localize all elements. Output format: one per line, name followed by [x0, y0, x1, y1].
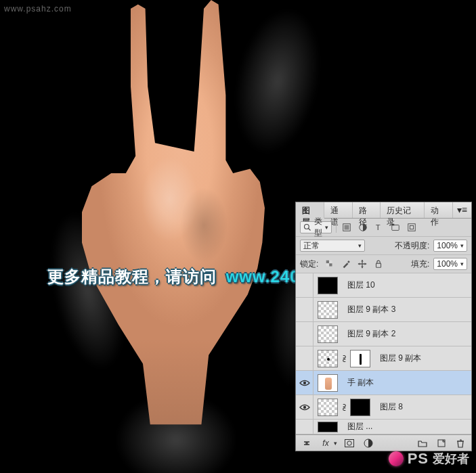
filter-smart-icon[interactable]: [406, 222, 418, 233]
watermark-url: www.psahz.com: [4, 4, 72, 14]
svg-rect-15: [376, 263, 381, 267]
svg-line-1: [309, 229, 311, 231]
tab-history[interactable]: 历史记录: [381, 202, 425, 218]
brand-text-zh: 爱好者: [433, 451, 469, 467]
svg-text:T: T: [376, 223, 381, 231]
layer-thumb[interactable]: [318, 374, 338, 392]
blend-mode-value: 正常: [303, 240, 320, 252]
svg-point-19: [347, 441, 351, 445]
visibility-toggle[interactable]: [296, 273, 313, 297]
svg-point-0: [305, 225, 309, 229]
layer-thumb[interactable]: [318, 325, 338, 343]
fill-label: 填充:: [411, 258, 429, 270]
chevron-down-icon: ▾: [334, 440, 337, 447]
filter-kind-select[interactable]: 类型 ▾: [300, 221, 332, 233]
filter-row: 类型 ▾ T: [296, 219, 471, 237]
brand-text-en: PS: [408, 450, 429, 468]
svg-rect-18: [345, 439, 354, 447]
mask-thumb[interactable]: [350, 399, 370, 416]
overlay-text-label: 更多精品教程，请访问: [47, 267, 217, 286]
tab-paths[interactable]: 路径: [353, 202, 381, 218]
visibility-toggle[interactable]: [296, 420, 313, 434]
svg-rect-12: [329, 261, 332, 263]
visibility-toggle[interactable]: [296, 395, 313, 419]
fill-value: 100%: [437, 259, 458, 269]
opacity-value: 100%: [437, 241, 458, 250]
lock-all-icon[interactable]: [372, 258, 385, 269]
mask-link-icon[interactable]: [341, 354, 347, 363]
adjustment-layer-button[interactable]: [362, 437, 375, 449]
layer-row[interactable]: 图层 9 副本 2: [296, 322, 471, 346]
lock-position-icon[interactable]: [356, 258, 368, 269]
delete-layer-button[interactable]: [454, 437, 467, 449]
blend-mode-select[interactable]: 正常 ▾: [300, 240, 365, 252]
add-mask-button[interactable]: [343, 437, 356, 449]
layer-row[interactable]: 手 副本: [296, 371, 471, 395]
layer-row[interactable]: 图层 8: [296, 395, 471, 420]
layer-row[interactable]: 图层 9 副本: [296, 346, 471, 371]
layer-name[interactable]: 手 副本: [342, 377, 471, 388]
layer-thumb[interactable]: [318, 350, 338, 367]
opacity-label: 不透明度:: [395, 240, 429, 252]
layer-row[interactable]: 图层 9 副本 3: [296, 298, 471, 322]
opacity-input[interactable]: 100% ▾: [433, 240, 467, 252]
layer-name[interactable]: 图层 8: [374, 401, 471, 413]
chevron-down-icon: ▾: [460, 242, 464, 249]
link-layers-button[interactable]: [300, 437, 313, 449]
layer-thumb[interactable]: [318, 399, 338, 416]
svg-rect-6: [392, 225, 399, 231]
svg-point-17: [303, 405, 305, 408]
chevron-down-icon: ▾: [325, 224, 328, 231]
layer-name[interactable]: 图层 9 副本: [374, 353, 471, 364]
new-layer-button[interactable]: [435, 437, 448, 449]
layer-name[interactable]: 图层 9 副本 3: [342, 304, 471, 315]
filter-kind-label: 类型: [314, 216, 322, 239]
eye-icon: [299, 379, 310, 387]
panel-menu-button[interactable]: ▾≡: [453, 202, 471, 218]
layer-row[interactable]: 图层 ...: [296, 420, 471, 434]
filter-shape-icon[interactable]: [389, 222, 402, 233]
lock-transparency-icon[interactable]: [324, 258, 336, 269]
lock-label: 锁定:: [300, 258, 318, 270]
visibility-toggle[interactable]: [296, 298, 313, 321]
svg-rect-11: [329, 263, 332, 266]
svg-point-16: [303, 381, 305, 384]
layer-name[interactable]: 图层 9 副本 2: [342, 328, 471, 340]
brand-logo-icon: [389, 451, 404, 466]
tab-actions[interactable]: 动作: [425, 202, 453, 218]
fill-input[interactable]: 100% ▾: [433, 258, 467, 270]
svg-rect-7: [391, 224, 394, 226]
mask-thumb[interactable]: [350, 350, 370, 367]
filter-pixel-icon[interactable]: [341, 222, 353, 233]
filter-adjust-icon[interactable]: [357, 222, 369, 233]
visibility-toggle[interactable]: [296, 371, 313, 395]
smoke-wisp: [222, 0, 332, 162]
layer-thumb[interactable]: [318, 422, 338, 432]
panel-bottom-bar: fx ▾: [296, 434, 471, 451]
layer-row[interactable]: 图层 10: [296, 273, 471, 298]
filter-type-icon[interactable]: T: [373, 222, 385, 233]
visibility-toggle[interactable]: [296, 322, 313, 346]
fx-button[interactable]: fx: [319, 437, 332, 449]
lock-pixels-icon[interactable]: [340, 258, 352, 269]
visibility-toggle[interactable]: [296, 346, 313, 370]
group-button[interactable]: [416, 437, 429, 449]
chevron-down-icon: ▾: [460, 261, 464, 267]
layer-thumb[interactable]: [318, 277, 338, 294]
layer-name[interactable]: 图层 10: [342, 279, 471, 291]
layers-list[interactable]: 图层 10 图层 9 副本 3 图层 9 副本 2 图层 9 副本: [296, 273, 471, 434]
lock-row: 锁定: 填充: 100% ▾: [296, 255, 471, 273]
mask-link-icon[interactable]: [341, 403, 347, 412]
layer-thumb[interactable]: [318, 301, 338, 319]
svg-rect-14: [347, 261, 350, 263]
layers-panel: 图层 通道 路径 历史记录 动作 ▾≡ 类型 ▾ T 正常 ▾ 不透明度: 10…: [295, 202, 472, 451]
tab-channels[interactable]: 通道: [324, 202, 353, 218]
watermark-brand: PS 爱好者: [389, 450, 469, 468]
layer-name[interactable]: 图层 ...: [342, 421, 471, 432]
eye-icon: [299, 403, 310, 411]
search-icon: [303, 223, 311, 231]
chevron-down-icon: ▾: [358, 242, 362, 249]
svg-rect-8: [408, 224, 416, 231]
svg-rect-9: [410, 225, 413, 229]
separator: [336, 222, 337, 233]
